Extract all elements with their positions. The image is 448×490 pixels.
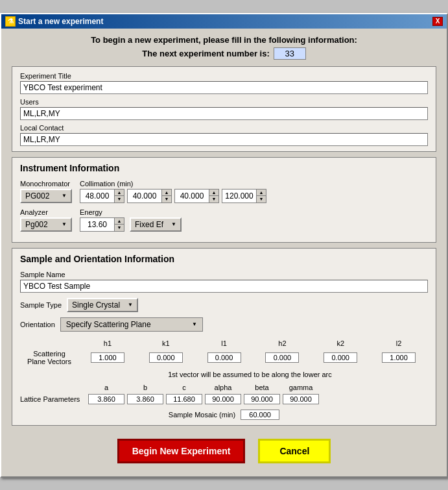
spinner-btns-4: ▲ ▼ [256,190,266,202]
collimation-spinner-4: ▲ ▼ [222,189,266,203]
sample-type-value: Single Crystal [72,300,120,310]
monochromator-dropdown[interactable]: PG002 ▼ [20,189,72,203]
scattering-row: ScatteringPlane Vectors [20,349,428,367]
energy-row: ▲ ▼ Fixed Ef ▼ [80,217,182,232]
cancel-button[interactable]: Cancel [258,439,331,463]
mosaic-input[interactable] [241,410,279,420]
begin-experiment-button[interactable]: Begin New Experiment [117,439,246,463]
spinner-down-2[interactable]: ▼ [162,196,171,202]
scattering-cell-h2 [253,349,311,367]
content-area: To begin a new experiment, please fill i… [1,29,447,476]
scattering-input-h1[interactable] [91,352,124,363]
users-label: Users [20,98,428,106]
collimation-group: Collimation (min) ▲ ▼ ▲ [80,180,428,203]
spinner-up-1[interactable]: ▲ [115,190,124,196]
exp-number-label: The next experiment number is: [142,49,270,58]
lattice-header-a: a [88,384,124,391]
exp-number-row: The next experiment number is: [12,47,436,60]
lattice-wrapper: Lattice Parameters a b c alpha beta gamm… [20,384,428,404]
energy-input[interactable] [80,219,114,230]
lattice-input-a[interactable] [88,394,124,404]
sample-type-dropdown[interactable]: Single Crystal ▼ [67,298,138,312]
energy-spinner-down[interactable]: ▼ [115,225,124,231]
lattice-input-c[interactable] [166,394,202,404]
sample-name-label: Sample Name [20,271,428,278]
instrument-section: Instrument Information Monochromator PG0… [12,157,436,243]
titlebar-left: ⚗ Start a new experiment [5,16,103,27]
monochromator-arrow-icon: ▼ [62,193,67,199]
collimation-input-2[interactable] [128,190,161,202]
energy-spinner-up[interactable]: ▲ [115,218,124,225]
monochromator-value: PG002 [25,191,49,201]
scattering-cell-l2 [370,349,428,367]
analyzer-group: Analyzer Pg002 ▼ [20,208,72,232]
spinner-up-3[interactable]: ▲ [209,190,218,196]
scattering-cell-h1 [78,349,137,367]
spinner-down-3[interactable]: ▼ [209,196,218,202]
instrument-section-title: Instrument Information [20,163,428,173]
energy-group: Energy ▲ ▼ Fixed Ef ▼ [80,208,182,232]
scattering-input-k1[interactable] [149,352,183,363]
sample-name-input[interactable] [20,280,428,293]
basic-info-section: Experiment Title Users Local Contact [12,66,436,152]
lattice-input-alpha[interactable] [205,394,241,404]
scattering-table: h1 k1 l1 h2 k2 l2 ScatteringPlane Vector… [20,338,428,367]
monochromator-label: Monochromator [20,180,72,188]
sample-type-label: Sample Type [20,301,62,309]
lattice-values-row [88,394,319,404]
scattering-col-l1: l1 [195,338,253,349]
lattice-header-gamma: gamma [283,384,319,391]
experiment-title-input[interactable] [20,81,428,94]
sample-section-title: Sample and Orientation Information [20,254,428,264]
fixed-ef-dropdown[interactable]: Fixed Ef ▼ [130,217,182,232]
collimation-label: Collimation (min) [80,180,428,188]
spinner-down-1[interactable]: ▼ [115,196,124,202]
fixed-ef-value: Fixed Ef [135,220,163,229]
spinner-up-2[interactable]: ▲ [162,190,171,196]
monochromator-group: Monochromator PG002 ▼ [20,180,72,203]
collimation-input-3[interactable] [175,190,209,202]
users-input[interactable] [20,107,428,120]
energy-spinner-btns: ▲ ▼ [114,218,124,231]
lattice-header-beta: beta [244,384,280,391]
mono-collimation-row: Monochromator PG002 ▼ Collimation (min) … [20,180,428,203]
scattering-input-l1[interactable] [207,352,241,363]
sample-section: Sample and Orientation Information Sampl… [12,248,436,426]
spinner-btns-2: ▲ ▼ [161,190,171,202]
lattice-input-gamma[interactable] [283,394,319,404]
sample-type-arrow-icon: ▼ [128,302,133,308]
lattice-right: a b c alpha beta gamma [88,384,319,404]
spinner-down-4[interactable]: ▼ [257,196,266,202]
experiment-title-label: Experiment Title [20,72,428,80]
scattering-cell-k2 [311,349,370,367]
analyzer-dropdown[interactable]: Pg002 ▼ [20,217,72,232]
collimation-input-4[interactable] [222,190,256,202]
window-title: Start a new experiment [18,17,103,26]
energy-label: Energy [80,208,182,216]
scattering-col-k1: k1 [137,338,195,349]
scattering-input-l2[interactable] [382,352,416,363]
fixed-ef-arrow-icon: ▼ [171,221,176,227]
lattice-input-beta[interactable] [244,394,280,404]
collimation-inputs: ▲ ▼ ▲ ▼ [80,189,428,203]
exp-number-input[interactable] [274,47,306,60]
collimation-input-1[interactable] [80,190,114,202]
collimation-spinner-3: ▲ ▼ [174,189,219,203]
orientation-dropdown[interactable]: Specify Scattering Plane ▼ [60,317,203,332]
scattering-note: 1st vector will be assumed to be along t… [20,371,428,378]
main-window: ⚗ Start a new experiment X To begin a ne… [0,13,448,478]
local-contact-input[interactable] [20,133,428,146]
titlebar: ⚗ Start a new experiment X [1,14,447,29]
scattering-input-k2[interactable] [324,352,357,363]
scattering-row-label: ScatteringPlane Vectors [20,349,78,367]
lattice-input-b[interactable] [127,394,163,404]
scattering-input-h2[interactable] [265,352,299,363]
lattice-label: Lattice Parameters [20,384,88,403]
spinner-up-4[interactable]: ▲ [257,190,266,196]
orientation-value: Specify Scattering Plane [66,320,151,329]
header-line1: To begin a new experiment, please fill i… [12,35,436,45]
close-button[interactable]: X [432,17,443,26]
scattering-col-k2: k2 [311,338,370,349]
orientation-row: Orientation Specify Scattering Plane ▼ [20,317,428,332]
sample-type-row: Sample Type Single Crystal ▼ [20,298,428,312]
